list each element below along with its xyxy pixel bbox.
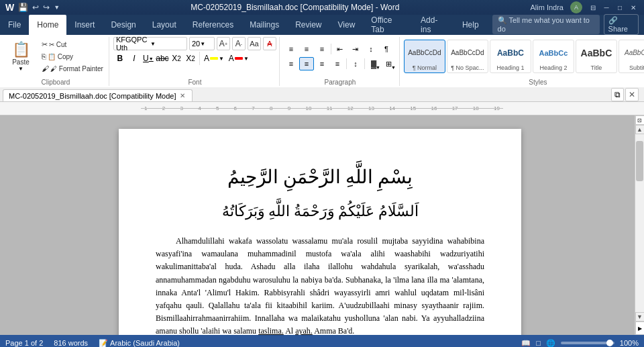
font-color-button[interactable]: A ▼ xyxy=(227,52,251,65)
decrease-indent-button[interactable]: ⇤ xyxy=(333,42,347,56)
tab-help[interactable]: Help xyxy=(454,15,487,35)
paste-dropdown-icon[interactable]: ▼ xyxy=(18,66,23,72)
style-title[interactable]: AaBbC Title xyxy=(576,40,617,73)
format-painter-button[interactable]: 🖌 🖌 Format Painter xyxy=(39,63,106,75)
copy-icon: ⎘ xyxy=(42,52,46,60)
doc-expand-icon[interactable]: ⧉ xyxy=(611,88,624,101)
line-spacing-button[interactable]: ↕ xyxy=(348,57,363,70)
font-size-dropdown-icon[interactable]: ▼ xyxy=(200,41,205,47)
title-buttons: Alim Indra A ⊟ ─ □ ✕ xyxy=(530,1,639,13)
copy-button[interactable]: ⎘ 📋 Copy xyxy=(39,51,106,62)
tab-office-tab[interactable]: Office Tab xyxy=(363,15,413,35)
font-color-icon: A xyxy=(229,54,234,63)
subscript-button[interactable]: X2 xyxy=(170,52,183,65)
tab-view[interactable]: View xyxy=(330,15,364,35)
font-color-dropdown-icon[interactable]: ▼ xyxy=(244,56,249,62)
doc-close-icon[interactable]: ✕ xyxy=(625,88,639,101)
justify-button[interactable]: ≡ xyxy=(330,57,345,70)
tab-insert[interactable]: Insert xyxy=(66,15,103,35)
style-title-label: Title xyxy=(591,64,602,71)
tab-add-ins[interactable]: Add-ins xyxy=(413,15,454,35)
zoom-slider[interactable] xyxy=(561,342,614,344)
style-subtitle[interactable]: AaBbCcD Subtitle xyxy=(619,40,644,73)
bold-button[interactable]: B xyxy=(113,52,127,65)
borders-button[interactable]: ⊞ ▼ xyxy=(382,57,396,70)
web-layout-icon[interactable]: 🌐 xyxy=(546,339,555,348)
scroll-up-arrow[interactable]: ▲ xyxy=(635,125,645,134)
tab-layout[interactable]: Layout xyxy=(144,15,184,35)
close-button[interactable]: ✕ xyxy=(628,2,639,13)
highlight-dropdown-icon[interactable]: ▼ xyxy=(219,56,224,62)
document-scroll-area[interactable]: بِسْمِ اللَّهِ الرَّحْمَنِ الرَّحِيمُ اَ… xyxy=(5,115,635,335)
cut-button[interactable]: ✂ ✂ Cut xyxy=(39,39,106,50)
decrease-font-button[interactable]: A- xyxy=(232,37,246,50)
style-normal-label: ¶ Normal xyxy=(413,64,437,71)
bullets-icon: ≡ xyxy=(289,45,293,53)
style-normal[interactable]: AaBbCcDd ¶ Normal xyxy=(404,40,445,73)
style-normal-preview: AaBbCcDd xyxy=(406,42,443,64)
scroll-thumb[interactable] xyxy=(636,141,643,181)
shading-button[interactable]: ▓ ▼ xyxy=(366,57,381,70)
change-case-button[interactable]: Aa xyxy=(248,37,261,50)
font-family-dropdown-icon[interactable]: ▼ xyxy=(150,41,184,47)
increase-font-button[interactable]: A+ xyxy=(217,37,230,50)
superscript-button[interactable]: X2 xyxy=(184,52,197,65)
language-indicator: 📝 Arabic (Saudi Arabia) xyxy=(99,339,180,348)
page-corner-button[interactable]: ⊡ xyxy=(635,115,645,125)
share-button[interactable]: 🔗 Share xyxy=(604,14,639,35)
undo-icon[interactable]: ↩ xyxy=(32,3,39,12)
style-no-spacing[interactable]: AaBbCcDd ¶ No Spac... xyxy=(447,40,488,73)
paragraph-1: Alhamdulillahi wakafa wassolatu wassalam… xyxy=(156,235,484,335)
font-size-selector[interactable]: 20 ▼ xyxy=(189,37,215,50)
numbering-button[interactable]: ≡ xyxy=(299,42,314,56)
font-color-indicator xyxy=(235,57,243,60)
document-page: بِسْمِ اللَّهِ الرَّحْمَنِ الرَّحِيمُ اَ… xyxy=(119,129,521,335)
style-heading1[interactable]: AaBbC Heading 1 xyxy=(490,40,531,73)
scroll-down-arrow[interactable]: ▼ xyxy=(635,312,645,321)
page-indicator[interactable]: Page 1 of 2 xyxy=(5,339,43,347)
read-mode-icon[interactable]: 📖 xyxy=(521,339,531,348)
save-icon[interactable]: 💾 xyxy=(18,3,28,12)
increase-indent-button[interactable]: ⇥ xyxy=(348,42,363,56)
tab-review[interactable]: Review xyxy=(287,15,329,35)
redo-icon[interactable]: ↪ xyxy=(43,3,50,12)
tab-references[interactable]: References xyxy=(184,15,241,35)
word-count[interactable]: 816 words xyxy=(54,339,88,347)
underline-button[interactable]: U ▼ xyxy=(142,52,155,65)
zoom-level[interactable]: 100% xyxy=(620,339,639,347)
next-page-button[interactable]: ▶ xyxy=(635,321,645,335)
show-marks-button[interactable]: ¶ xyxy=(379,42,394,56)
tell-me-input[interactable]: 🔍 Tell me what you want to do xyxy=(492,15,600,34)
format-painter-icon: 🖌 xyxy=(42,64,49,72)
ribbon-display-button[interactable]: ⊟ xyxy=(588,2,598,13)
align-right-button[interactable]: ≡ xyxy=(315,57,329,70)
highlight-color-button[interactable]: A ▼ xyxy=(202,52,226,65)
clear-formatting-button[interactable]: A xyxy=(263,37,276,50)
quick-access-dropdown-icon[interactable]: ▼ xyxy=(54,4,60,11)
align-center-button[interactable]: ≡ xyxy=(299,57,314,70)
paste-button[interactable]: 📋 Paste ▼ xyxy=(5,38,36,75)
minimize-button[interactable]: ─ xyxy=(601,2,612,13)
tab-design[interactable]: Design xyxy=(103,15,144,35)
document-body[interactable]: Alhamdulillahi wakafa wassolatu wassalam… xyxy=(156,235,484,335)
bullets-button[interactable]: ≡ xyxy=(284,42,299,56)
tab-file[interactable]: File xyxy=(0,15,29,35)
strikethrough-button[interactable]: abc xyxy=(156,52,169,65)
italic-button[interactable]: I xyxy=(127,52,141,65)
multilevel-list-button[interactable]: ≡ xyxy=(315,42,329,56)
style-subtitle-preview: AaBbCcD xyxy=(621,42,644,64)
style-heading2[interactable]: AaBbCc Heading 2 xyxy=(533,40,574,73)
sort-button[interactable]: ↕ xyxy=(364,42,378,56)
align-left-button[interactable]: ≡ xyxy=(284,57,299,70)
document-tab[interactable]: MC-02052019_Bismillaah.doc [Compatibilit… xyxy=(3,89,193,101)
zoom-thumb[interactable] xyxy=(606,340,613,346)
scroll-track[interactable] xyxy=(635,134,644,312)
doc-tab-close[interactable]: ✕ xyxy=(178,92,186,99)
highlight-color-indicator xyxy=(210,57,218,60)
title-left: W 💾 ↩ ↪ ▼ xyxy=(5,2,60,13)
tab-home[interactable]: Home xyxy=(29,15,66,35)
print-layout-icon[interactable]: □ xyxy=(536,339,541,347)
font-family-selector[interactable]: KFGQPC Uth ▼ xyxy=(113,37,187,50)
tab-mailings[interactable]: Mailings xyxy=(241,15,287,35)
maximize-button[interactable]: □ xyxy=(614,2,625,13)
